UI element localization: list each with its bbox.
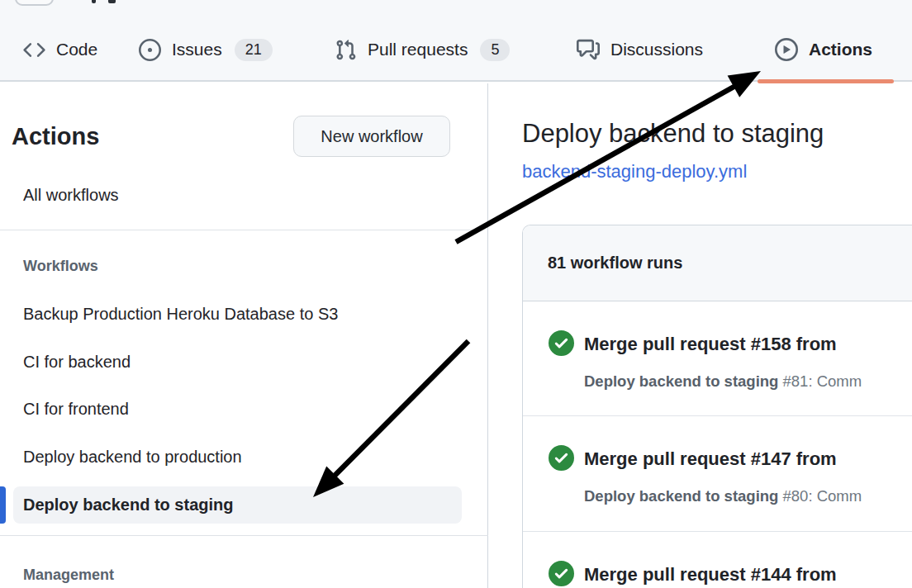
sidebar-item-workflow[interactable]: CI for backend xyxy=(23,350,131,373)
play-circle-icon xyxy=(775,38,798,61)
workflow-runs-header: 81 workflow runs xyxy=(523,225,912,301)
workflow-file-link[interactable]: backend-staging-deploy.yml xyxy=(522,160,747,183)
sidebar-divider xyxy=(0,230,476,230)
tab-actions-label: Actions xyxy=(809,40,872,59)
tab-discussions[interactable]: Discussions xyxy=(577,31,703,68)
check-circle-icon xyxy=(549,330,574,356)
run-title[interactable]: Merge pull request #158 from xyxy=(584,332,837,357)
page-title: Deploy backend to staging xyxy=(522,116,824,151)
selected-tab-underline xyxy=(758,79,894,83)
tab-code-label: Code xyxy=(56,40,97,59)
selected-workflow-label: Deploy backend to staging xyxy=(23,493,233,516)
workflow-main-panel: Deploy backend to staging backend-stagin… xyxy=(489,83,912,588)
sidebar-item-workflow[interactable]: Backup Production Heroku Database to S3 xyxy=(23,302,338,325)
sidebar-item-all-workflows[interactable]: All workflows xyxy=(23,183,119,206)
sidebar-heading: Actions xyxy=(12,120,99,153)
repo-tab-bar: Code Issues 21 Pull requests 5 Discussio… xyxy=(0,0,912,82)
issue-opened-icon xyxy=(139,39,161,61)
selected-item-accent-bar xyxy=(0,486,6,524)
run-subtitle: Deploy backend to staging #81: Comm xyxy=(584,372,862,391)
workflows-section-label: Workflows xyxy=(23,256,98,276)
sidebar-item-workflow-selected[interactable]: Deploy backend to staging xyxy=(13,486,462,524)
check-circle-icon xyxy=(549,561,574,586)
management-section-label: Management xyxy=(23,565,114,585)
run-workflow-name: Deploy backend to staging xyxy=(584,372,778,390)
sidebar-item-workflow[interactable]: Deploy backend to production xyxy=(23,445,242,468)
sidebar-divider xyxy=(0,535,488,536)
code-icon xyxy=(23,39,45,61)
run-detail: #81: Comm xyxy=(783,372,862,390)
tab-issues[interactable]: Issues 21 xyxy=(139,31,273,68)
run-subtitle: Deploy backend to staging #80: Comm xyxy=(584,486,862,506)
check-circle-icon xyxy=(549,445,574,471)
new-workflow-button[interactable]: New workflow xyxy=(293,116,450,157)
cut-off-text-fragment xyxy=(108,0,116,3)
sidebar-item-workflow[interactable]: CI for frontend xyxy=(23,397,129,420)
workflow-run-row[interactable]: Merge pull request #144 from xyxy=(523,532,912,588)
tab-pull-requests[interactable]: Pull requests 5 xyxy=(335,31,510,68)
run-detail: #80: Comm xyxy=(783,487,862,505)
run-workflow-name: Deploy backend to staging xyxy=(584,487,778,505)
workflow-run-row[interactable]: Merge pull request #147 from Deploy back… xyxy=(523,416,912,532)
cut-off-text-fragment xyxy=(92,0,96,3)
run-title[interactable]: Merge pull request #147 from xyxy=(584,447,837,472)
pull-requests-count-badge: 5 xyxy=(480,39,510,61)
cut-off-repo-badge xyxy=(15,0,54,6)
issues-count-badge: 21 xyxy=(235,39,273,61)
workflow-runs-card: 81 workflow runs Merge pull request #158… xyxy=(522,225,912,588)
run-title[interactable]: Merge pull request #144 from xyxy=(584,562,837,587)
git-pull-request-icon xyxy=(335,39,357,61)
comment-discussion-icon xyxy=(577,38,600,61)
tab-pull-requests-label: Pull requests xyxy=(368,40,468,59)
workflow-run-row[interactable]: Merge pull request #158 from Deploy back… xyxy=(523,301,912,416)
actions-sidebar: Actions New workflow All workflows Workf… xyxy=(0,83,488,588)
tab-actions[interactable]: Actions xyxy=(775,31,872,68)
tab-discussions-label: Discussions xyxy=(610,40,703,59)
tab-issues-label: Issues xyxy=(172,40,222,59)
tab-code[interactable]: Code xyxy=(23,31,97,68)
workflow-runs-count: 81 workflow runs xyxy=(548,254,682,273)
